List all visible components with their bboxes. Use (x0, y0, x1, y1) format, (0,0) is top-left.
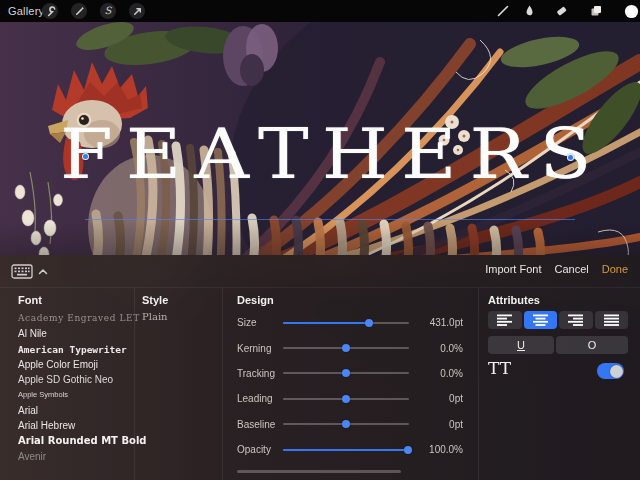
slider-value: 0pt (417, 393, 463, 404)
panel-divider (0, 287, 640, 288)
slider-thumb[interactable] (342, 420, 350, 428)
eraser-icon[interactable] (553, 3, 569, 19)
slider-track[interactable] (283, 423, 409, 425)
slider-value: 0.0% (417, 368, 463, 379)
style-option-plain[interactable]: Plain (142, 311, 168, 322)
toggle-knob (610, 365, 623, 378)
slider-fill (283, 449, 408, 451)
slider-value: 100.0% (417, 444, 463, 455)
font-list: Academy Engraved LETAl NileAmerican Type… (18, 311, 126, 464)
align-left-button[interactable] (488, 311, 522, 329)
font-list-item[interactable]: Apple Symbols (18, 387, 126, 402)
column-divider (222, 288, 223, 480)
style-header: Style (142, 294, 168, 306)
slider-label: Leading (237, 393, 279, 404)
slider-track[interactable] (283, 449, 409, 451)
keyboard-icon (11, 264, 33, 279)
slider-thumb[interactable] (342, 344, 350, 352)
selection-s-icon[interactable]: S (100, 3, 116, 19)
font-list-item[interactable]: Al Nile (18, 326, 126, 341)
attributes-header: Attributes (488, 294, 540, 306)
slider-track[interactable] (283, 347, 409, 349)
slider-row-size: Size431.0pt (237, 310, 463, 335)
underline-outline-row: U O (488, 336, 628, 354)
font-list-item[interactable]: Arial (18, 403, 126, 418)
color-swatch-icon[interactable] (623, 3, 639, 19)
design-header: Design (237, 294, 274, 306)
procreate-window: FEATHERS Gallery S (0, 0, 640, 480)
design-sliders: Size431.0ptKerning0.0%Tracking0.0%Leadin… (237, 310, 463, 462)
slider-fill (283, 322, 369, 324)
align-justify-button[interactable] (595, 311, 629, 329)
design-scrollbar[interactable] (237, 470, 401, 473)
adjustments-wand-icon[interactable] (71, 3, 87, 19)
font-list-item[interactable]: American Typewriter (18, 342, 126, 357)
transform-arrow-icon[interactable] (129, 3, 145, 19)
slider-row-leading: Leading0pt (237, 386, 463, 411)
underline-button[interactable]: U (488, 336, 554, 354)
slider-thumb[interactable] (404, 446, 412, 454)
slider-label: Baseline (237, 419, 279, 430)
slider-row-baseline: Baseline0pt (237, 412, 463, 437)
slider-value: 431.0pt (417, 317, 463, 328)
smudge-icon[interactable] (521, 3, 537, 19)
font-list-item[interactable]: Arial Hebrew (18, 418, 126, 433)
gallery-button[interactable]: Gallery (8, 0, 44, 22)
font-list-item[interactable]: Apple Color Emoji (18, 357, 126, 372)
slider-row-tracking: Tracking0.0% (237, 361, 463, 386)
actions-wrench-icon[interactable] (42, 3, 58, 19)
align-right-button[interactable] (559, 311, 593, 329)
keyboard-dismiss-button[interactable] (11, 262, 51, 280)
text-selection-handle-right[interactable] (567, 154, 574, 161)
font-list-item[interactable]: Avenir (18, 449, 126, 464)
layers-icon[interactable] (588, 3, 604, 19)
chevron-up-icon (38, 268, 48, 275)
small-caps-label: TT (488, 358, 511, 378)
alignment-row (488, 311, 628, 329)
font-list-item[interactable]: Academy Engraved LET (18, 311, 126, 326)
font-header: Font (18, 294, 42, 306)
column-divider (478, 288, 479, 480)
top-toolbar: Gallery S (0, 0, 640, 22)
slider-label: Tracking (237, 368, 279, 379)
slider-label: Kerning (237, 343, 279, 354)
small-caps-toggle[interactable] (597, 363, 624, 379)
align-center-button[interactable] (524, 311, 558, 329)
slider-row-kerning: Kerning0.0% (237, 335, 463, 360)
done-button[interactable]: Done (602, 263, 628, 275)
slider-track[interactable] (283, 372, 409, 374)
slider-thumb[interactable] (342, 395, 350, 403)
slider-row-opacity: Opacity100.0% (237, 437, 463, 462)
edit-actions: Import Font Cancel Done (485, 261, 628, 277)
slider-track[interactable] (283, 398, 409, 400)
slider-track[interactable] (283, 322, 409, 324)
brush-icon[interactable] (495, 3, 511, 19)
slider-label: Opacity (237, 444, 279, 455)
slider-value: 0pt (417, 419, 463, 430)
font-list-item[interactable]: Arial Rounded MT Bold (18, 433, 126, 448)
slider-label: Size (237, 317, 279, 328)
canvas-text-object[interactable]: FEATHERS (60, 121, 580, 187)
text-selection-handle-left[interactable] (82, 153, 89, 160)
slider-thumb[interactable] (342, 369, 350, 377)
outline-button[interactable]: O (556, 336, 628, 354)
cancel-button[interactable]: Cancel (554, 263, 588, 275)
text-selection-underline (85, 219, 575, 220)
font-list-item[interactable]: Apple SD Gothic Neo (18, 372, 126, 387)
import-font-button[interactable]: Import Font (485, 263, 541, 275)
text-edit-panel: Import Font Cancel Done Font Style Desig… (0, 255, 640, 480)
slider-value: 0.0% (417, 343, 463, 354)
slider-thumb[interactable] (365, 319, 373, 327)
